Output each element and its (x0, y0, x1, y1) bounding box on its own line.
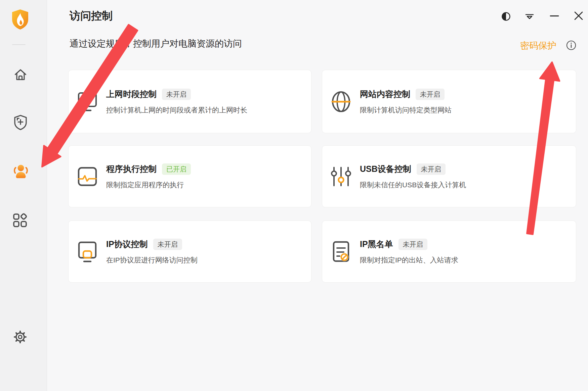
card-internet-time-control[interactable]: 上网时段控制 未开启 控制计算机上网的时间段或者累计的上网时长 (68, 70, 311, 133)
card-description: 限制未信任的USB设备接入计算机 (360, 180, 466, 190)
password-protection-link[interactable]: 密码保护 (520, 40, 556, 52)
card-text: IP协议控制 未开启 在IP协议层进行网络访问控制 (106, 239, 198, 265)
card-text: 程序执行控制 已开启 限制指定应用程序的执行 (106, 163, 191, 190)
card-text: 上网时段控制 未开启 控制计算机上网的时间段或者累计的上网时长 (106, 89, 247, 115)
card-text: IP黑名单 未开启 限制对指定IP的出站、入站请求 (360, 239, 458, 265)
card-usb-device-control[interactable]: USB设备控制 未开启 限制未信任的USB设备接入计算机 (322, 145, 576, 207)
sidebar-item-protection-center[interactable] (13, 114, 28, 131)
sidebar-divider (12, 44, 26, 45)
sidebar-item-settings[interactable] (13, 330, 27, 344)
theme-contrast-button[interactable] (501, 11, 511, 21)
sliders-icon (330, 165, 352, 188)
page-subtitle: 通过设定规则，控制用户对电脑资源的访问 (70, 38, 242, 50)
sidebar-item-access-control-active[interactable] (12, 163, 29, 180)
main-menu-chevron-icon (526, 15, 533, 19)
sidebar-item-home[interactable] (13, 67, 28, 82)
status-badge: 未开启 (398, 239, 427, 250)
monitor-window-icon (76, 240, 99, 263)
main-menu-button[interactable] (524, 11, 535, 21)
shield-plus-icon (15, 115, 26, 130)
globe-icon (330, 90, 352, 113)
card-title: 上网时段控制 (106, 89, 157, 100)
password-protection-info[interactable] (566, 40, 577, 51)
status-badge: 未开启 (416, 89, 445, 100)
minimize-button[interactable] (549, 11, 559, 21)
card-text: USB设备控制 未开启 限制未信任的USB设备接入计算机 (360, 163, 466, 190)
card-description: 控制计算机上网的时间段或者累计的上网时长 (106, 105, 247, 115)
card-description: 限制对指定IP的出站、入站请求 (360, 255, 458, 265)
app-window: 访问控制 通过设定规则，控制用户对电脑资源的访问 密码保护 上网时段控制 未开启… (0, 0, 588, 391)
card-ip-blacklist[interactable]: IP黑名单 未开启 限制对指定IP的出站、入站请求 (322, 221, 576, 283)
person-icon (14, 165, 27, 178)
close-button[interactable] (574, 11, 584, 21)
card-website-content-control[interactable]: 网站内容控制 未开启 限制计算机访问特定类型网站 (322, 70, 576, 133)
card-title: IP协议控制 (106, 239, 148, 250)
gear-icon (14, 331, 26, 343)
home-icon (15, 70, 26, 80)
monitor-wifi-icon (76, 90, 99, 113)
card-ip-protocol-control[interactable]: IP协议控制 未开启 在IP协议层进行网络访问控制 (68, 221, 311, 283)
page-title: 访问控制 (70, 9, 113, 23)
status-badge: 已开启 (162, 163, 191, 175)
theme-contrast-icon (502, 13, 510, 20)
pulse-monitor-icon (76, 165, 99, 188)
close-icon (575, 12, 582, 19)
status-badge: 未开启 (162, 89, 191, 100)
card-text: 网站内容控制 未开启 限制计算机访问特定类型网站 (360, 89, 452, 115)
card-description: 限制指定应用程序的执行 (106, 180, 191, 190)
card-title: 网站内容控制 (360, 89, 410, 100)
card-title: 程序执行控制 (106, 163, 157, 175)
status-badge: 未开启 (153, 239, 182, 250)
app-grid-icon (14, 213, 27, 227)
info-circle-icon (567, 41, 576, 50)
card-title: USB设备控制 (360, 163, 411, 175)
card-title: IP黑名单 (360, 239, 393, 250)
card-description: 限制计算机访问特定类型网站 (360, 105, 452, 115)
card-description: 在IP协议层进行网络访问控制 (106, 255, 198, 265)
document-blocked-icon (330, 240, 352, 263)
card-program-execution-control[interactable]: 程序执行控制 已开启 限制指定应用程序的执行 (68, 145, 311, 207)
status-badge: 未开启 (417, 163, 446, 175)
sidebar (0, 0, 47, 391)
sidebar-item-security-tools[interactable] (12, 213, 28, 228)
huorong-shield-flame-logo (11, 9, 29, 30)
